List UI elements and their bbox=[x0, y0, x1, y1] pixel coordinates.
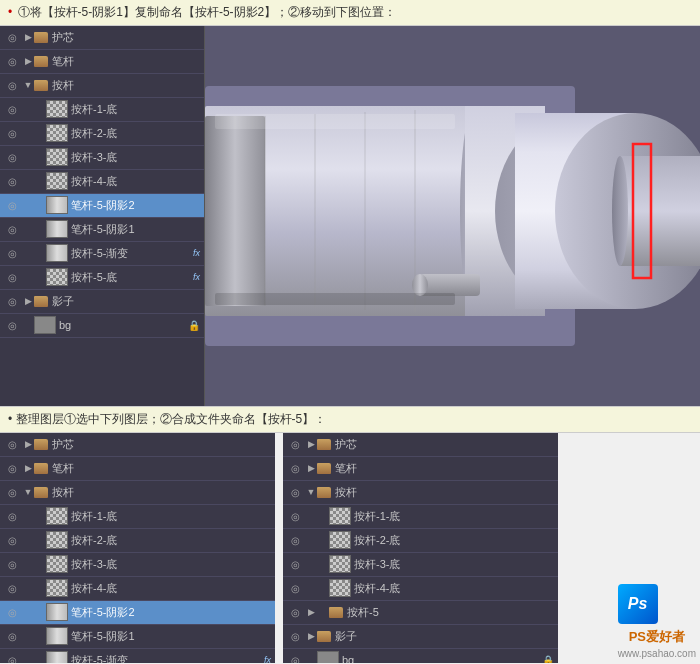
eye-icon[interactable]: ◎ bbox=[4, 580, 20, 596]
expand-arrow-icon[interactable] bbox=[22, 151, 34, 163]
expand-arrow-icon[interactable] bbox=[22, 582, 34, 594]
layer-item[interactable]: ◎笔杆-5-阴影1 bbox=[0, 218, 204, 242]
eye-icon[interactable]: ◎ bbox=[4, 125, 20, 141]
layer-item[interactable]: ◎按杆-2-底 bbox=[0, 122, 204, 146]
expand-arrow-icon[interactable]: ▶ bbox=[305, 606, 317, 618]
layer-item[interactable]: ◎▶影子 bbox=[283, 625, 558, 649]
layer-item[interactable]: ◎▼按杆 bbox=[283, 481, 558, 505]
eye-icon[interactable]: ◎ bbox=[4, 508, 20, 524]
expand-arrow-icon[interactable] bbox=[305, 510, 317, 522]
expand-arrow-icon[interactable]: ▶ bbox=[305, 462, 317, 474]
eye-icon[interactable]: ◎ bbox=[287, 652, 303, 663]
eye-icon[interactable]: ◎ bbox=[4, 436, 20, 452]
eye-icon[interactable]: ◎ bbox=[4, 652, 20, 663]
layer-item[interactable]: ◎▶护芯 bbox=[283, 433, 558, 457]
layer-item[interactable]: ◎▶影子 bbox=[0, 290, 204, 314]
eye-icon[interactable]: ◎ bbox=[287, 436, 303, 452]
eye-icon[interactable]: ◎ bbox=[4, 293, 20, 309]
eye-icon[interactable]: ◎ bbox=[287, 532, 303, 548]
eye-icon[interactable]: ◎ bbox=[4, 53, 20, 69]
layer-item[interactable]: ◎▼按杆 bbox=[0, 481, 275, 505]
expand-arrow-icon[interactable]: ▶ bbox=[22, 295, 34, 307]
expand-arrow-icon[interactable] bbox=[22, 558, 34, 570]
expand-arrow-icon[interactable] bbox=[305, 558, 317, 570]
layer-item[interactable]: ◎▶护芯 bbox=[0, 433, 275, 457]
expand-arrow-icon[interactable] bbox=[22, 510, 34, 522]
expand-arrow-icon[interactable] bbox=[22, 223, 34, 235]
expand-arrow-icon[interactable] bbox=[305, 534, 317, 546]
eye-icon[interactable]: ◎ bbox=[287, 508, 303, 524]
expand-arrow-icon[interactable]: ▶ bbox=[305, 438, 317, 450]
layer-item[interactable]: ◎▶笔杆 bbox=[283, 457, 558, 481]
expand-arrow-icon[interactable]: ▶ bbox=[22, 55, 34, 67]
expand-arrow-icon[interactable] bbox=[22, 534, 34, 546]
expand-arrow-icon[interactable] bbox=[22, 271, 34, 283]
eye-icon[interactable]: ◎ bbox=[4, 221, 20, 237]
layer-item[interactable]: ◎按杆-5-渐变fx bbox=[0, 242, 204, 266]
eye-icon[interactable]: ◎ bbox=[4, 484, 20, 500]
layer-item[interactable]: ◎按杆-1-底 bbox=[0, 98, 204, 122]
expand-arrow-icon[interactable] bbox=[305, 582, 317, 594]
layer-item[interactable]: ◎按杆-2-底 bbox=[283, 529, 558, 553]
layer-item[interactable]: ◎按杆-5-渐变fx bbox=[0, 649, 275, 663]
layer-item[interactable]: ◎按杆-5-底fx bbox=[0, 266, 204, 290]
layer-item[interactable]: ◎按杆-3-底 bbox=[0, 553, 275, 577]
eye-icon[interactable]: ◎ bbox=[4, 556, 20, 572]
eye-icon[interactable]: ◎ bbox=[287, 580, 303, 596]
layer-item[interactable]: ◎按杆-3-底 bbox=[283, 553, 558, 577]
eye-icon[interactable]: ◎ bbox=[4, 149, 20, 165]
eye-icon[interactable]: ◎ bbox=[4, 77, 20, 93]
expand-arrow-icon[interactable]: ▼ bbox=[22, 79, 34, 91]
eye-icon[interactable]: ◎ bbox=[4, 532, 20, 548]
layer-item[interactable]: ◎bg🔒 bbox=[0, 314, 204, 338]
layer-item[interactable]: ◎按杆-4-底 bbox=[283, 577, 558, 601]
expand-arrow-icon[interactable] bbox=[22, 175, 34, 187]
expand-arrow-icon[interactable] bbox=[22, 319, 34, 331]
layer-item[interactable]: ◎bg🔒 bbox=[283, 649, 558, 663]
eye-icon[interactable]: ◎ bbox=[287, 556, 303, 572]
expand-arrow-icon[interactable] bbox=[22, 606, 34, 618]
layer-item[interactable]: ◎按杆-1-底 bbox=[0, 505, 275, 529]
layer-item[interactable]: ◎按杆-4-底 bbox=[0, 170, 204, 194]
layer-item[interactable]: ◎▶护芯 bbox=[0, 26, 204, 50]
eye-icon[interactable]: ◎ bbox=[4, 460, 20, 476]
eye-icon[interactable]: ◎ bbox=[287, 604, 303, 620]
eye-icon[interactable]: ◎ bbox=[4, 197, 20, 213]
eye-icon[interactable]: ◎ bbox=[4, 269, 20, 285]
expand-arrow-icon[interactable] bbox=[22, 630, 34, 642]
layer-item[interactable]: ◎按杆-4-底 bbox=[0, 577, 275, 601]
eye-icon[interactable]: ◎ bbox=[4, 628, 20, 644]
layer-item[interactable]: ◎按杆-2-底 bbox=[0, 529, 275, 553]
eye-icon[interactable]: ◎ bbox=[287, 460, 303, 476]
eye-icon[interactable]: ◎ bbox=[4, 29, 20, 45]
layer-item[interactable]: ◎笔杆-5-阴影2 bbox=[0, 194, 204, 218]
eye-icon[interactable]: ◎ bbox=[4, 245, 20, 261]
eye-icon[interactable]: ◎ bbox=[287, 628, 303, 644]
layer-item[interactable]: ◎▶按杆-5 bbox=[283, 601, 558, 625]
expand-arrow-icon[interactable]: ▶ bbox=[305, 630, 317, 642]
eye-icon[interactable]: ◎ bbox=[287, 484, 303, 500]
expand-arrow-icon[interactable] bbox=[22, 247, 34, 259]
expand-arrow-icon[interactable] bbox=[22, 127, 34, 139]
eye-icon[interactable]: ◎ bbox=[4, 604, 20, 620]
expand-arrow-icon[interactable] bbox=[22, 103, 34, 115]
layer-item[interactable]: ◎按杆-3-底 bbox=[0, 146, 204, 170]
layer-item[interactable]: ◎▶笔杆 bbox=[0, 50, 204, 74]
layer-item[interactable]: ◎笔杆-5-阴影2 bbox=[0, 601, 275, 625]
expand-arrow-icon[interactable]: ▶ bbox=[22, 462, 34, 474]
layer-item[interactable]: ◎按杆-1-底 bbox=[283, 505, 558, 529]
expand-arrow-icon[interactable] bbox=[305, 654, 317, 663]
eye-icon[interactable]: ◎ bbox=[4, 173, 20, 189]
layer-item[interactable]: ◎▼按杆 bbox=[0, 74, 204, 98]
expand-arrow-icon[interactable]: ▶ bbox=[22, 31, 34, 43]
expand-arrow-icon[interactable]: ▶ bbox=[22, 438, 34, 450]
layer-item[interactable]: ◎笔杆-5-阴影1 bbox=[0, 625, 275, 649]
eye-icon[interactable]: ◎ bbox=[4, 101, 20, 117]
layer-item[interactable]: ◎▶笔杆 bbox=[0, 457, 275, 481]
eye-icon[interactable]: ◎ bbox=[4, 317, 20, 333]
lock-icon: 🔒 bbox=[542, 655, 554, 663]
expand-arrow-icon[interactable]: ▼ bbox=[22, 486, 34, 498]
expand-arrow-icon[interactable] bbox=[22, 199, 34, 211]
expand-arrow-icon[interactable]: ▼ bbox=[305, 486, 317, 498]
expand-arrow-icon[interactable] bbox=[22, 654, 34, 663]
